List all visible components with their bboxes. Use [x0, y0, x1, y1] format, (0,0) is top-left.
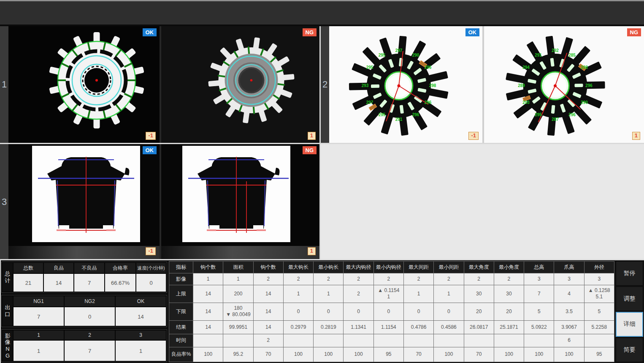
metrics-cell: 1 [403, 285, 433, 303]
center-point [95, 79, 98, 82]
stats-header: 良品 [44, 263, 73, 273]
measurement-label: 298 [581, 65, 588, 70]
metrics-cell: 0.2979 [283, 321, 313, 334]
divider [0, 143, 644, 144]
stats-value: 1 [14, 341, 64, 361]
conveyor-shadow [161, 246, 319, 259]
detail-button[interactable]: 详细 [616, 312, 643, 337]
metrics-row: 结果1499.9951140.29790.28191.13411.11540.4… [169, 321, 614, 334]
camera-1-image-ok[interactable]: OK -1 [8, 26, 160, 143]
metrics-cell [434, 334, 464, 347]
metrics-col-header: 最大内钩径 [344, 262, 373, 273]
foot-mark [57, 229, 66, 231]
metrics-cell: 3 [524, 273, 554, 285]
stats-group-total: 总计 总数 良品 不良品 合格率 速度(个/分钟) 21 14 7 66.67%… [1, 262, 167, 293]
stats-value: 7 [65, 341, 115, 361]
metrics-cell [193, 334, 223, 347]
stats-header: 3 [116, 330, 166, 340]
metrics-cell: 2 [283, 273, 313, 285]
metrics-cell: 1 [283, 285, 313, 303]
foot-mark [207, 229, 216, 231]
stats-value: 66.67% [105, 274, 135, 292]
pause-button[interactable]: 暂停 [616, 261, 643, 286]
stats-header: 速度(个/分钟) [136, 263, 166, 273]
part-inspection-graphic [32, 146, 140, 242]
metrics-cell: 100 [494, 347, 524, 362]
metrics-cell: 5.0922 [524, 321, 554, 334]
metrics-cell: 100 [344, 347, 373, 362]
metrics-cell: 100 [524, 347, 554, 362]
metrics-cell: 95 [373, 347, 403, 362]
metrics-cell: 2 [403, 273, 433, 285]
measurement-label: 297 [395, 48, 403, 53]
metrics-cell: 2 [344, 273, 373, 285]
empty-region [321, 144, 644, 259]
metrics-col-header: 总高 [524, 262, 554, 273]
stats-value: 0 [136, 274, 166, 292]
metrics-cell: 100 [314, 347, 344, 362]
center-point [398, 85, 400, 87]
metrics-row-label: 上限 [169, 285, 193, 303]
gear-inspection-graphic [161, 26, 319, 143]
metrics-col-header: 最小钩长 [314, 262, 344, 273]
metrics-cell: 14 [253, 321, 283, 334]
metrics-cell [464, 334, 494, 347]
gear-inspection-graphic: 297 290 296 298 296 296 291 295 297 293 … [329, 26, 482, 143]
title-bar [0, 0, 644, 25]
stats-panel: 总计 总数 良品 不良品 合格率 速度(个/分钟) 21 14 7 66.67%… [1, 260, 168, 363]
camera-2-image-ng[interactable]: 292 285 298 296 290 296 287 295 293 289 … [484, 26, 644, 143]
gear-inspection-graphic [8, 26, 160, 143]
metrics-col-header: 面积 [223, 262, 253, 273]
measurement-label: 285 [568, 53, 576, 57]
metrics-cell: 0 [434, 303, 464, 320]
metrics-cell: 25.1871 [494, 321, 524, 334]
adjust-button[interactable]: 调整 [616, 287, 643, 311]
measurement-label: 291 [535, 53, 542, 57]
metrics-cell: 0 [403, 303, 433, 320]
metrics-col-header: 最小内钩径 [373, 262, 403, 273]
metrics-cell: ▲ 0.1258 5.1 [584, 285, 614, 303]
metrics-row: 影像11222222222333 [169, 273, 614, 285]
camera-2-label: 2 [321, 26, 329, 143]
measurement-label: 292 [552, 48, 559, 53]
camera-2-image-ok[interactable]: 297 290 296 298 296 296 291 295 297 293 … [329, 26, 482, 143]
metrics-cell: 0.2819 [314, 321, 344, 334]
metrics-cell: 100 [434, 347, 464, 362]
metrics-cell [584, 334, 614, 347]
measurement-label: 294 [522, 65, 530, 70]
action-buttons: 暂停 调整 详细 简要 [615, 260, 644, 363]
camera-3-image-ng[interactable]: NG 1 [161, 144, 319, 259]
camera-3-image-ok[interactable]: OK -1 [8, 144, 160, 259]
stats-group-label: 出口 [3, 296, 13, 326]
camera-1-image-ng[interactable]: NG 1 [161, 26, 319, 143]
metrics-col-header: 爪高 [554, 262, 584, 273]
metrics-cell: 0 [373, 303, 403, 320]
metrics-cell: 4 [554, 285, 584, 303]
gear-tick [249, 46, 249, 55]
measurement-label: 297 [366, 100, 373, 105]
metrics-cell [314, 334, 344, 347]
stats-group-label: 影像NG [3, 330, 13, 361]
metrics-cell: 5 [524, 303, 554, 320]
metrics-cell: 100 [554, 347, 584, 362]
measurement-label: 293 [522, 100, 530, 105]
stats-value: 1 [116, 341, 166, 361]
metrics-cell: 20 [464, 303, 494, 320]
brief-button[interactable]: 简要 [616, 338, 643, 362]
camera-panel-2: 2 29 [321, 26, 644, 143]
metrics-cell [494, 334, 524, 347]
metrics-row-label: 下限 [169, 303, 193, 320]
status-badge-ng: NG [303, 28, 317, 36]
metrics-col-header: 最大角度 [464, 262, 494, 273]
metrics-row-label: 良品率% [169, 347, 193, 362]
metrics-cell: 100 [193, 347, 223, 362]
metrics-cell: 0 [283, 303, 313, 320]
status-badge-ok: OK [143, 28, 157, 36]
metrics-cell: 14 [193, 285, 223, 303]
metrics-cell: 3.9067 [554, 321, 584, 334]
metrics-cell: 2 [253, 273, 283, 285]
metrics-cell [373, 334, 403, 347]
metrics-cell: 0 [344, 303, 373, 320]
center-point [554, 85, 557, 87]
stats-header: NG2 [65, 296, 115, 306]
